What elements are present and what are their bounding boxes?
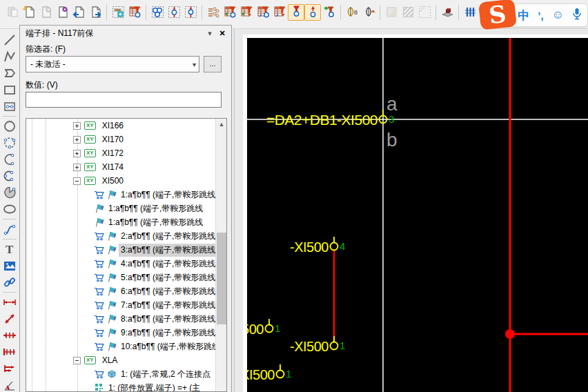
dim-linear-button[interactable] bbox=[1, 294, 18, 311]
scrollbar-thumb[interactable] bbox=[217, 233, 226, 324]
copy-properties-button[interactable] bbox=[4, 4, 21, 21]
terminal-insert-down-button[interactable] bbox=[166, 4, 182, 21]
collapse-icon[interactable] bbox=[73, 177, 81, 185]
junction-dot[interactable] bbox=[505, 329, 515, 339]
tree-row[interactable]: 8:a¶b¶¶ (端子,带鞍形跳线 bbox=[26, 312, 215, 326]
collapse-icon[interactable] bbox=[73, 357, 81, 364]
draw-line-button[interactable] bbox=[1, 32, 18, 48]
canvas-label[interactable]: =DA2+DB1-XI500 bbox=[266, 112, 378, 128]
page-settings-button[interactable] bbox=[37, 4, 54, 21]
value-input[interactable] bbox=[26, 92, 222, 108]
draw-ellipse-button[interactable] bbox=[1, 201, 18, 217]
ime-microphone-icon[interactable] bbox=[572, 8, 582, 23]
draw-polygon-button[interactable] bbox=[1, 65, 18, 81]
dim-aligned-button[interactable] bbox=[1, 311, 18, 327]
filter-terminal-arrow-button[interactable] bbox=[238, 4, 255, 21]
mounting-panel-3d-button[interactable] bbox=[439, 4, 455, 21]
terminal-symbol[interactable]: 1 bbox=[277, 364, 292, 380]
terminal-symbol[interactable]: 4 bbox=[331, 237, 346, 252]
canvas-label[interactable]: -XI500 bbox=[247, 367, 275, 382]
tree-row[interactable]: 1: (部件放置,端子) =+ (主 bbox=[26, 381, 215, 391]
draw-circle-nodes-button[interactable] bbox=[1, 135, 18, 151]
canvas-splitter[interactable]: 34111=DA2+DB1-XI500-XI500-XI500-XI500-XI… bbox=[232, 29, 588, 392]
tree-row[interactable]: XYXI170 bbox=[26, 133, 215, 146]
draw-rectangle-nodes-button[interactable] bbox=[1, 98, 18, 115]
filter-browse-button[interactable]: ... bbox=[204, 56, 222, 72]
grid-bars-button[interactable] bbox=[462, 4, 478, 21]
terminal-filter-up-button[interactable] bbox=[304, 4, 321, 21]
jumper-terminals-button[interactable] bbox=[205, 4, 222, 21]
filter-edit-circle-button[interactable] bbox=[255, 4, 271, 21]
filter-combobox[interactable]: - 未激活 - ▾ bbox=[26, 56, 199, 72]
insert-text-button[interactable]: T bbox=[1, 241, 18, 257]
expand-icon[interactable] bbox=[73, 122, 81, 130]
panel-titlebar[interactable]: 端子排 - N117前保 ▾ ✕ bbox=[20, 26, 231, 41]
tree-row[interactable]: 9:a¶b¶¶ (端子,带鞍形跳线 bbox=[26, 326, 215, 340]
corner-fold-button[interactable] bbox=[383, 4, 400, 21]
tree-row[interactable]: 1:a¶b¶¶ (端子,带鞍形跳线 bbox=[26, 188, 215, 202]
tree-scrollbar[interactable]: ▲ bbox=[215, 119, 226, 391]
dashed-star-button[interactable] bbox=[416, 4, 433, 21]
new-page-button[interactable] bbox=[21, 4, 37, 21]
dim-chain-button[interactable] bbox=[1, 327, 18, 344]
tree-row[interactable]: XYXI174 bbox=[26, 160, 215, 174]
symbol-phi-arrow-button[interactable] bbox=[360, 4, 377, 21]
draw-spline-button[interactable] bbox=[1, 221, 18, 237]
tree-row[interactable]: 6:a¶b¶¶ (端子,带鞍形跳线 bbox=[26, 284, 215, 298]
tree-row[interactable]: XYXLA bbox=[26, 353, 215, 367]
panel-menu-button[interactable]: ▾ bbox=[204, 28, 216, 39]
expand-icon[interactable] bbox=[73, 136, 81, 144]
ime-punctuation-button[interactable]: ’, bbox=[538, 10, 543, 21]
page-forward-button[interactable] bbox=[87, 4, 104, 21]
insert-hyperlink-button[interactable] bbox=[1, 274, 18, 291]
tree-row[interactable]: XYXI500 bbox=[26, 174, 215, 188]
dim-angle-button[interactable] bbox=[1, 377, 18, 392]
dim-increment-button[interactable] bbox=[1, 360, 18, 377]
expand-icon[interactable] bbox=[73, 150, 81, 157]
ime-emoji-button[interactable]: ☺ bbox=[552, 8, 564, 22]
filter-terminal-circle-button[interactable] bbox=[222, 4, 238, 21]
multi-connection-button[interactable] bbox=[321, 4, 337, 21]
terminal-symbol[interactable]: 1 bbox=[331, 336, 346, 351]
terminal-insert-both-button[interactable] bbox=[182, 4, 199, 21]
tree-row[interactable]: 1: (端子,常规,2 个连接点 bbox=[26, 367, 215, 381]
ime-language-button[interactable]: 中 bbox=[518, 8, 529, 23]
tree-row[interactable]: 2:a¶b¶¶ (端子,带鞍形跳线 bbox=[26, 229, 215, 243]
draw-arc-button[interactable] bbox=[1, 151, 18, 168]
page-back-button[interactable] bbox=[70, 4, 87, 21]
tree-row[interactable]: 7:a¶b¶¶ (端子,带鞍形跳线 bbox=[26, 298, 215, 312]
canvas-label[interactable]: b bbox=[386, 129, 397, 150]
terminal-filter-down-button[interactable] bbox=[288, 4, 304, 21]
tree-row[interactable]: 1:a¶b¶¶ (端子,带鞍形跳线 bbox=[26, 202, 215, 215]
expand-icon[interactable] bbox=[73, 164, 81, 171]
panel-close-button[interactable]: ✕ bbox=[216, 28, 228, 39]
terminals-group-button[interactable] bbox=[149, 4, 166, 21]
draw-polyline-button[interactable] bbox=[1, 48, 18, 65]
tree-row[interactable]: 5:a¶b¶¶ (端子,带鞍形跳线 bbox=[26, 271, 215, 284]
canvas-label[interactable]: -XI500 bbox=[290, 239, 329, 255]
ime-logo-icon[interactable]: S bbox=[478, 0, 517, 30]
tree-row[interactable]: 3:a¶b¶¶ (端子,带鞍形跳线 bbox=[26, 243, 215, 257]
draw-arc-nodes-button[interactable] bbox=[1, 168, 18, 184]
page-sync-button[interactable] bbox=[54, 4, 70, 21]
insert-terminal-strip-button[interactable] bbox=[110, 4, 126, 21]
filter-edit-arrow-button[interactable] bbox=[271, 4, 288, 21]
canvas-label[interactable]: a bbox=[386, 93, 398, 115]
tree-row[interactable]: XYXI172 bbox=[26, 146, 215, 160]
insert-image-button[interactable] bbox=[1, 257, 18, 274]
tree-row[interactable]: 1:a¶b¶¶ (端子,带鞍形跳线 bbox=[26, 215, 215, 229]
hatch-fill-button[interactable] bbox=[400, 4, 416, 21]
terminal-symbol[interactable]: 1 bbox=[266, 319, 281, 334]
canvas-label[interactable]: -XI500 bbox=[247, 322, 264, 337]
scroll-up-button[interactable]: ▲ bbox=[216, 119, 227, 130]
terminal-strip-navigator-button[interactable] bbox=[126, 4, 143, 21]
tree-row[interactable]: 10:a¶b¶¶ (端子,带鞍形跳线 bbox=[26, 340, 215, 353]
canvas-label[interactable]: -XI500 bbox=[290, 339, 329, 354]
symbol-phi-8-button[interactable]: 8 bbox=[344, 4, 360, 21]
draw-rectangle-button[interactable] bbox=[1, 81, 18, 98]
tree-row[interactable]: XYXI166 bbox=[26, 119, 215, 133]
tree-row[interactable]: 4:a¶b¶¶ (端子,带鞍形跳线 bbox=[26, 257, 215, 271]
schematic-canvas[interactable]: 34111=DA2+DB1-XI500-XI500-XI500-XI500-XI… bbox=[243, 35, 588, 392]
dim-baseline-button[interactable] bbox=[1, 344, 18, 360]
draw-sector-button[interactable] bbox=[1, 184, 18, 201]
